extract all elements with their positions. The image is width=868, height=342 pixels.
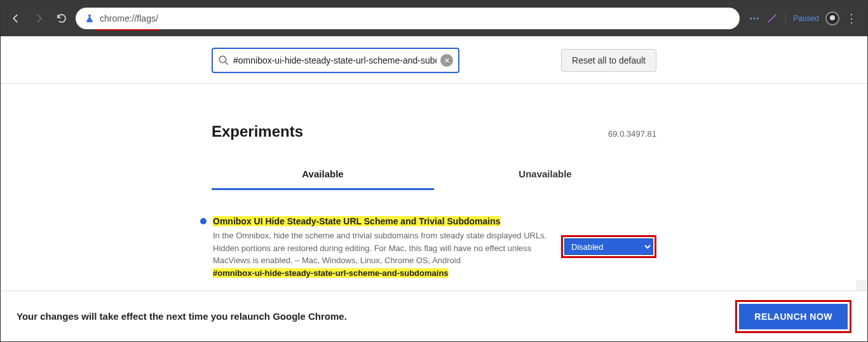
flag-state-select[interactable]: Disabled [564,238,653,255]
relaunch-button[interactable]: RELAUNCH NOW [739,304,848,329]
annotation-highlight: Disabled [561,235,656,258]
flask-icon [85,13,95,24]
clear-search-button[interactable]: ✕ [440,54,453,67]
annotation-highlight: RELAUNCH NOW [735,300,851,333]
flags-search-box[interactable]: ✕ [212,48,459,73]
flags-search-input[interactable] [233,55,437,65]
page-heading: Experiments [212,123,303,140]
tab-unavailable[interactable]: Unavailable [434,160,656,190]
svg-point-3 [219,56,226,63]
flag-description: In the Omnibox, hide the scheme and triv… [213,229,555,267]
browser-right: | Paused ⋮ [745,11,861,25]
extension-icon[interactable] [749,13,760,24]
browser-toolbar: chrome://flags/ | Paused ⋮ [1,1,867,36]
url-text: chrome://flags/ [100,13,158,24]
paused-label[interactable]: Paused [793,14,819,23]
flag-anchor-link[interactable]: #omnibox-ui-hide-steady-state-url-scheme… [213,268,449,278]
annotation-underline [96,29,159,31]
relaunch-bar: Your changes will take effect the next t… [1,291,867,341]
reload-button[interactable] [53,10,71,27]
tab-available[interactable]: Available [212,160,434,190]
forward-button[interactable] [30,10,48,27]
profile-avatar[interactable] [825,11,839,25]
svg-point-1 [754,18,756,20]
back-button[interactable] [7,10,25,27]
chrome-version: 69.0.3497.81 [608,129,656,139]
address-bar[interactable]: chrome://flags/ [76,8,740,29]
browser-menu-button[interactable]: ⋮ [846,11,857,25]
tabs: Available Unavailable [212,160,656,190]
flag-title: Omnibox UI Hide Steady-State URL Scheme … [213,216,501,226]
extension-icon-2[interactable] [766,13,778,24]
flag-item: Omnibox UI Hide Steady-State URL Scheme … [212,215,656,278]
flag-modified-indicator [200,218,207,224]
page-content: ✕ Reset all to default Experiments 69.0.… [1,36,867,280]
svg-point-0 [750,18,752,20]
reset-all-button[interactable]: Reset all to default [561,49,656,72]
svg-point-2 [757,18,759,20]
relaunch-message: Your changes will take effect the next t… [17,311,347,322]
search-icon [218,55,229,66]
divider [1,83,867,84]
